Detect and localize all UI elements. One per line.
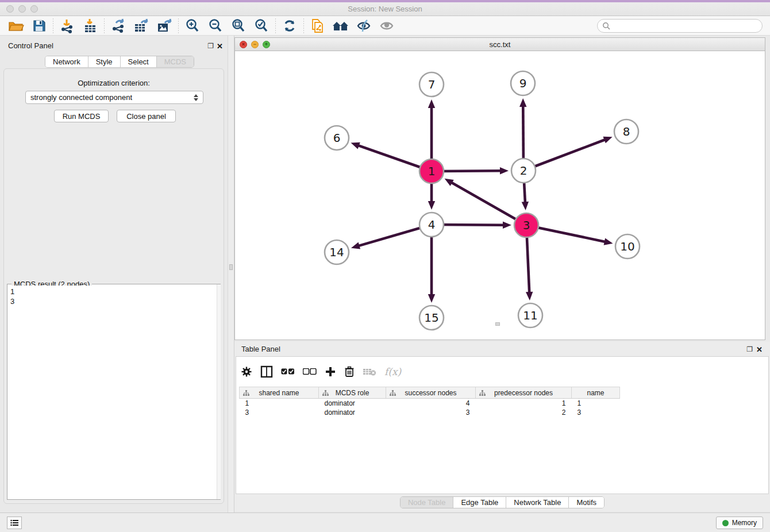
import-network-icon bbox=[59, 18, 75, 33]
task-history-button[interactable] bbox=[7, 516, 22, 529]
copy-style-button[interactable] bbox=[306, 17, 329, 34]
tab-mcds[interactable]: MCDS bbox=[157, 56, 194, 67]
zoom-out-button[interactable] bbox=[204, 17, 227, 34]
table-cell[interactable]: 3 bbox=[386, 408, 476, 417]
hide-details-button[interactable] bbox=[352, 17, 375, 34]
hide-details-icon bbox=[356, 18, 372, 33]
edge-arrowhead bbox=[526, 292, 533, 300]
table-area: f(x) shared nameMCDS rolesuccessor nodes… bbox=[236, 356, 769, 494]
close-table-panel-icon[interactable]: ✕ bbox=[756, 345, 763, 354]
tab-motifs[interactable]: Motifs bbox=[569, 497, 604, 508]
edge-arrowhead bbox=[503, 222, 511, 229]
chevron-updown-icon bbox=[194, 94, 198, 101]
result-scrollbar[interactable] bbox=[217, 284, 221, 499]
deselect-all-button[interactable] bbox=[303, 368, 317, 375]
graph-node-label: 2 bbox=[520, 164, 528, 178]
search-field[interactable] bbox=[597, 19, 763, 33]
tab-node-table[interactable]: Node Table bbox=[401, 497, 454, 508]
export-table-button[interactable] bbox=[130, 17, 153, 34]
save-session-button[interactable] bbox=[28, 17, 51, 34]
network-window: × − + scc.txt 7968124314101511 bbox=[234, 37, 765, 340]
tab-select[interactable]: Select bbox=[121, 56, 157, 67]
network-canvas[interactable]: 7968124314101511 bbox=[235, 51, 765, 340]
column-header-mcds-role[interactable]: MCDS role bbox=[319, 387, 386, 399]
graph-edge-3-1[interactable] bbox=[451, 182, 526, 225]
split-column-button[interactable] bbox=[260, 365, 273, 378]
divider-grip[interactable] bbox=[229, 264, 233, 270]
float-table-panel-icon[interactable]: ❐ bbox=[746, 345, 753, 353]
network-window-titlebar[interactable]: × − + scc.txt bbox=[235, 38, 765, 51]
import-table-button[interactable] bbox=[79, 17, 102, 34]
edge-arrowhead bbox=[351, 142, 360, 149]
refresh-button[interactable] bbox=[278, 17, 301, 34]
add-column-button[interactable] bbox=[325, 366, 336, 377]
export-image-button[interactable] bbox=[153, 17, 176, 34]
edge-arrowhead bbox=[428, 294, 435, 303]
table-cell[interactable]: 2 bbox=[476, 408, 572, 417]
memory-button[interactable]: Memory bbox=[716, 516, 763, 529]
column-header-shared-name[interactable]: shared name bbox=[240, 387, 319, 399]
table-row[interactable]: 1dominator411 bbox=[240, 399, 620, 408]
tab-network[interactable]: Network bbox=[45, 56, 88, 67]
tab-network-table[interactable]: Network Table bbox=[506, 497, 569, 508]
table-cell[interactable]: 1 bbox=[476, 399, 572, 408]
optimization-criterion-label: Optimization criterion: bbox=[0, 79, 228, 87]
run-mcds-button[interactable]: Run MCDS bbox=[54, 110, 109, 122]
attribute-tree-icon bbox=[243, 390, 249, 396]
column-header-name[interactable]: name bbox=[572, 387, 620, 399]
status-bar: Memory bbox=[0, 512, 770, 532]
criterion-value: strongly connected component bbox=[30, 93, 132, 102]
node-table[interactable]: shared nameMCDS rolesuccessor nodesprede… bbox=[239, 387, 620, 417]
edge-arrowhead bbox=[428, 201, 435, 210]
table-row[interactable]: 3dominator323 bbox=[240, 408, 620, 417]
criterion-dropdown[interactable]: strongly connected component bbox=[25, 91, 203, 104]
home-button[interactable] bbox=[329, 17, 352, 34]
panel-divider[interactable] bbox=[228, 36, 234, 512]
table-cell[interactable]: 1 bbox=[572, 399, 620, 408]
function-button[interactable]: f(x) bbox=[384, 366, 401, 377]
edge-arrowhead bbox=[428, 99, 435, 108]
column-header-successor-nodes[interactable]: successor nodes bbox=[386, 387, 476, 399]
mcds-result-text[interactable]: 13 bbox=[7, 286, 213, 498]
graph-node-label: 3 bbox=[523, 218, 530, 232]
tab-style[interactable]: Style bbox=[88, 56, 121, 67]
column-label: predecessor nodes bbox=[494, 389, 553, 397]
table-cell[interactable]: dominator bbox=[319, 408, 386, 417]
open-session-button[interactable] bbox=[5, 17, 28, 34]
window-resize-grip[interactable] bbox=[495, 322, 500, 326]
export-image-icon bbox=[156, 18, 172, 33]
table-cell[interactable]: 1 bbox=[240, 399, 319, 408]
delete-column-icon bbox=[363, 367, 376, 376]
show-details-button[interactable] bbox=[375, 17, 398, 34]
import-network-button[interactable] bbox=[56, 17, 79, 34]
zoom-fit-button[interactable] bbox=[227, 17, 250, 34]
graph-edge-2-8[interactable] bbox=[523, 139, 606, 171]
close-panel-icon[interactable]: ✕ bbox=[217, 42, 223, 51]
graph-node-label: 15 bbox=[424, 311, 438, 325]
table-cell[interactable]: 3 bbox=[240, 408, 319, 417]
network-window-title: scc.txt bbox=[235, 40, 765, 49]
close-panel-button[interactable]: Close panel bbox=[117, 110, 176, 122]
column-header-predecessor-nodes[interactable]: predecessor nodes bbox=[476, 387, 572, 399]
float-panel-icon[interactable]: ❐ bbox=[207, 42, 214, 50]
delete-icon bbox=[344, 366, 355, 377]
table-cell[interactable]: 3 bbox=[572, 408, 620, 417]
zoom-in-button[interactable] bbox=[181, 17, 204, 34]
graph-node-label: 9 bbox=[519, 76, 527, 90]
graph-node-label: 8 bbox=[623, 125, 630, 138]
edge-arrowhead bbox=[519, 98, 526, 107]
table-cell[interactable]: dominator bbox=[319, 399, 386, 408]
delete-column-button[interactable] bbox=[363, 367, 376, 376]
delete-button[interactable] bbox=[344, 366, 355, 377]
attribute-tree-icon bbox=[390, 390, 396, 396]
select-all-button[interactable] bbox=[281, 368, 295, 375]
refresh-icon bbox=[282, 18, 297, 33]
home-icon bbox=[332, 19, 349, 33]
tab-edge-table[interactable]: Edge Table bbox=[453, 497, 506, 508]
zoom-selected-button[interactable] bbox=[250, 17, 273, 34]
graph-node-label: 14 bbox=[329, 245, 344, 259]
gear-button[interactable] bbox=[241, 366, 252, 377]
export-network-button[interactable] bbox=[107, 17, 130, 34]
control-panel-title: Control Panel bbox=[8, 41, 53, 50]
table-cell[interactable]: 4 bbox=[386, 399, 476, 408]
